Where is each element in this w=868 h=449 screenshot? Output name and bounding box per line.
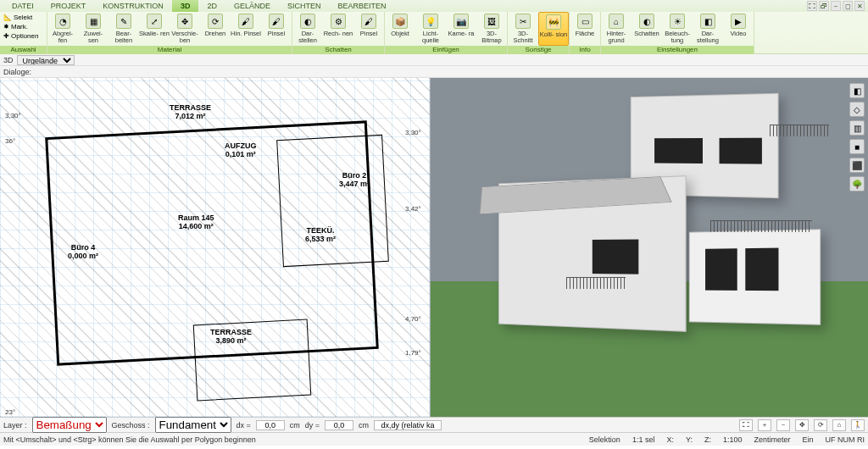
- 3d-viewport[interactable]: ◧ ◇ ▥ ■ ⬛ 🌳: [431, 78, 868, 417]
- window-controls: ⛶ 🗗 − ◻ ✕: [807, 1, 868, 11]
- tab-2d[interactable]: 2D: [198, 0, 225, 12]
- darstellung-button[interactable]: ◧Dar- stellung: [693, 12, 723, 46]
- dxdy-combo[interactable]: [374, 420, 442, 430]
- dialoge-bar: Dialoge:: [0, 66, 868, 78]
- group-label-material: Material: [47, 46, 292, 54]
- dx-input[interactable]: [256, 420, 285, 430]
- solid-icon[interactable]: ⬛: [849, 158, 865, 173]
- restore-icon[interactable]: ⛶: [807, 1, 817, 11]
- dy-unit: cm: [359, 421, 369, 430]
- dx-unit: cm: [290, 421, 300, 430]
- mark-button[interactable]: ✸Mark.: [3, 23, 28, 30]
- background-icon: ⌂: [609, 14, 624, 29]
- layer-combo[interactable]: Urgelände: [17, 55, 75, 65]
- video-button[interactable]: ▶Video: [723, 12, 754, 46]
- tree-icon[interactable]: 🌳: [849, 176, 865, 191]
- zoom-fit-icon[interactable]: ⛶: [739, 419, 753, 431]
- tab-datei[interactable]: DATEI: [3, 0, 42, 12]
- set-schatten-button[interactable]: ◐Schatten: [632, 12, 662, 46]
- status-ein: Ein: [802, 435, 813, 444]
- dx-label: dx =: [236, 421, 251, 430]
- dim-text: 3,30°: [5, 112, 21, 119]
- bearbeiten-button[interactable]: ✎Bear- beiten: [108, 12, 139, 46]
- dy-input[interactable]: [325, 420, 353, 430]
- tab-projekt[interactable]: PROJEKT: [42, 0, 95, 12]
- pinsel-button[interactable]: 🖌Pinsel: [261, 12, 292, 46]
- hinpinsel-button[interactable]: 🖌Hin. Pinsel: [231, 12, 261, 46]
- cascade-icon[interactable]: 🗗: [819, 1, 829, 11]
- tab-3d[interactable]: 3D: [172, 0, 199, 12]
- bottom-toolbar: Layer : Bemaßung Geschoss : Fundament dx…: [0, 417, 868, 432]
- layers-icon[interactable]: ◧: [849, 83, 865, 98]
- group-label-sonstige: Sonstige: [508, 46, 569, 54]
- brush-back-icon: 🖌: [238, 14, 253, 29]
- viewport-tools: ◧ ◇ ▥ ■ ⬛ 🌳: [849, 83, 865, 191]
- geschoss-label: Geschoss :: [112, 421, 150, 430]
- minimize-icon[interactable]: −: [831, 1, 841, 11]
- abgreifen-button[interactable]: ◔Abgrei- fen: [47, 12, 78, 46]
- floorplan-pane[interactable]: TERRASSE 7,012 m² Büro 4 0,000 m² Raum 1…: [0, 78, 431, 417]
- pan-icon[interactable]: ✥: [795, 419, 809, 431]
- schatten-pinsel-button[interactable]: 🖌Pinsel: [353, 12, 384, 46]
- mode-label: 3D: [3, 56, 14, 64]
- bitmap-icon: 🖼: [484, 14, 499, 29]
- zuweisen-button[interactable]: ▦Zuwei- sen: [78, 12, 108, 46]
- layer-label: Layer :: [3, 421, 27, 430]
- brush-icon: 🖌: [269, 14, 284, 29]
- tab-sichten[interactable]: SICHTEN: [279, 0, 330, 12]
- work-area: TERRASSE 7,012 m² Büro 4 0,000 m² Raum 1…: [0, 78, 868, 417]
- status-selektion: Selektion: [589, 435, 620, 444]
- beleuchtung-button[interactable]: ☀Beleuch- tung: [662, 12, 693, 46]
- view-selector-bar: 3D Urgelände: [0, 54, 868, 66]
- assign-icon: ▦: [86, 14, 101, 29]
- area-icon: ▭: [577, 14, 593, 29]
- dim-text: 36°: [5, 137, 15, 145]
- layer-select[interactable]: Bemaßung: [32, 417, 107, 433]
- close-icon[interactable]: ✕: [854, 1, 865, 11]
- dim-text: 1,79°: [405, 349, 421, 357]
- grid-icon[interactable]: ▥: [849, 120, 865, 136]
- status-kbd: UF NUM RI: [826, 435, 865, 444]
- zoom-out-icon[interactable]: －: [776, 419, 790, 431]
- schatten-darstellen-button[interactable]: ◐Dar- stellen: [292, 12, 323, 46]
- collision-icon: 🚧: [546, 14, 561, 30]
- lichtquelle-button[interactable]: 💡Licht- quelle: [415, 12, 446, 46]
- lighting-icon: ☀: [670, 14, 685, 29]
- drehen-button[interactable]: ⟳Drehen: [200, 12, 231, 46]
- 3dbitmap-button[interactable]: 🖼3D- Bitmap: [476, 12, 507, 46]
- home-view-icon[interactable]: ⌂: [832, 419, 846, 431]
- section-icon: ✂: [515, 14, 531, 29]
- zoom-in-icon[interactable]: ＋: [758, 419, 771, 431]
- kollision-button[interactable]: 🚧Kolli- sion: [538, 12, 569, 46]
- dim-text: 23°: [5, 408, 15, 416]
- orbit-icon[interactable]: ⟳: [814, 419, 827, 431]
- tab-konstruktion[interactable]: KONSTRUKTION: [94, 0, 172, 12]
- material-icon[interactable]: ■: [849, 139, 865, 154]
- dim-text: 4,70°: [405, 315, 421, 323]
- tab-bearbeiten[interactable]: BEARBEITEN: [329, 0, 394, 12]
- status-hint: Mit <Umschalt> und <Strg> können Sie die…: [3, 435, 256, 444]
- 3dschnitt-button[interactable]: ✂3D- Schnitt: [508, 12, 538, 46]
- skalieren-button[interactable]: ⤢Skalie- ren: [139, 12, 170, 46]
- iso-icon[interactable]: ◇: [849, 102, 865, 117]
- objekt-button[interactable]: 📦Objekt: [385, 12, 415, 46]
- schatten-rechnen-button[interactable]: ⚙Rech- nen: [323, 12, 353, 46]
- selekt-button[interactable]: 📐Selekt: [3, 14, 32, 21]
- status-y: Y:: [686, 435, 693, 444]
- kamera-button[interactable]: 📷Kame- ra: [446, 12, 476, 46]
- dim-text: 3,42°: [405, 205, 421, 213]
- light-icon: 💡: [423, 14, 438, 29]
- status-x: X:: [666, 435, 674, 444]
- verschieben-button[interactable]: ✥Verschie- ben: [170, 12, 200, 46]
- hintergrund-button[interactable]: ⌂Hinter- grund: [601, 12, 632, 46]
- dropper-icon: ◔: [55, 14, 70, 29]
- camera-icon: 📷: [453, 14, 469, 29]
- flaeche-button[interactable]: ▭Fläche: [570, 12, 600, 46]
- walk-icon[interactable]: 🚶: [851, 419, 865, 431]
- optionen-button[interactable]: ✚Optionen: [3, 32, 38, 40]
- maximize-icon[interactable]: ◻: [843, 1, 853, 11]
- geschoss-select[interactable]: Fundament: [155, 417, 231, 433]
- tab-gelaende[interactable]: GELÄNDE: [225, 0, 279, 12]
- status-scale: 1:100: [723, 435, 743, 444]
- scale-icon: ⤢: [147, 14, 162, 29]
